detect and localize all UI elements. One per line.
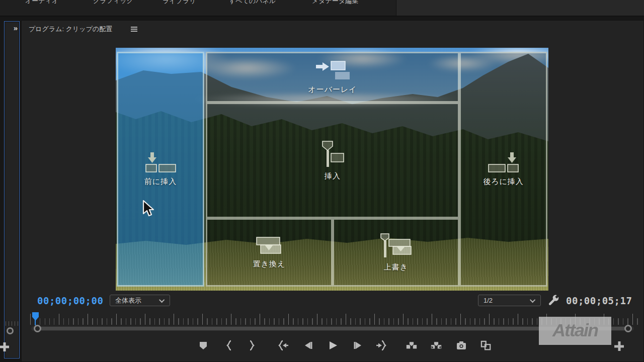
watermark-text: Attain <box>552 321 598 341</box>
current-timecode[interactable]: 00;00;00;00 <box>37 295 103 306</box>
dropzone-overwrite[interactable]: 上書き <box>333 218 459 287</box>
playback-resolution-value: 1/2 <box>484 297 531 304</box>
program-monitor-video: 前に挿入 オーバーレイ 挿入 <box>116 48 548 291</box>
mark-out-button[interactable] <box>246 339 258 351</box>
duration-timecode: 00;00;05;17 <box>566 295 632 306</box>
dropzone-label: 前に挿入 <box>144 177 177 187</box>
dropzone-insert-before[interactable]: 前に挿入 <box>117 52 204 287</box>
mouse-cursor <box>142 200 155 220</box>
comparison-view-button[interactable] <box>479 339 492 351</box>
export-frame-button[interactable] <box>455 339 467 351</box>
add-marker-button[interactable] <box>197 339 209 351</box>
expand-panel-icon[interactable]: » <box>14 24 17 32</box>
extract-button[interactable] <box>430 339 442 351</box>
overwrite-icon <box>380 233 412 259</box>
replace-icon <box>255 236 284 256</box>
overlay-icon <box>315 60 350 82</box>
zoom-level-select[interactable]: 全体表示 <box>110 295 170 306</box>
dropzone-insert[interactable]: 挿入 <box>206 103 459 218</box>
button-editor-plus-button[interactable] <box>614 341 624 351</box>
dropzone-insert-after[interactable]: 後ろに挿入 <box>459 52 547 287</box>
workspace-tab-graphics[interactable]: グラフィック <box>93 0 133 6</box>
playback-resolution-select[interactable]: 1/2 <box>478 295 541 306</box>
dropzone-label: 後ろに挿入 <box>483 177 524 187</box>
tab-bar-overflow-area <box>396 0 644 17</box>
button-editor-icon-clipped[interactable] <box>0 342 9 351</box>
dropzone-label: 置き換え <box>253 259 286 269</box>
dropzone-overlay[interactable]: オーバーレイ <box>206 52 459 103</box>
go-to-in-button[interactable] <box>277 339 289 351</box>
mini-scroll-handle[interactable] <box>7 327 14 334</box>
zoom-level-value: 全体表示 <box>115 296 160 305</box>
attain-watermark: Attain <box>539 317 611 345</box>
collapsed-panel[interactable]: » <box>4 21 20 358</box>
dropzone-label: オーバーレイ <box>308 85 357 95</box>
go-to-out-button[interactable] <box>375 339 387 351</box>
insert-before-icon <box>144 152 177 174</box>
step-back-button[interactable] <box>302 339 314 351</box>
panel-title[interactable]: プログラム: クリップの配置 <box>29 25 112 34</box>
settings-wrench-icon[interactable] <box>547 294 560 307</box>
mark-in-button[interactable] <box>223 339 235 351</box>
dropzone-replace[interactable]: 置き換え <box>206 218 333 287</box>
dropzone-label: 上書き <box>384 262 408 272</box>
workspace-tab-library[interactable]: ライブラリ <box>163 0 196 6</box>
playhead-line <box>35 320 36 325</box>
insert-icon <box>321 140 344 168</box>
play-button[interactable] <box>327 339 339 351</box>
step-forward-button[interactable] <box>352 339 364 351</box>
workspace-tab-audio[interactable]: オーディオ <box>25 0 58 6</box>
panel-menu-icon[interactable] <box>131 27 137 32</box>
workspace-tab-all-panels[interactable]: すべてのパネル <box>229 0 276 6</box>
lift-button[interactable] <box>406 339 418 351</box>
dropzone-label: 挿入 <box>325 171 341 181</box>
workspace-tab-metadata[interactable]: メタデータ編集 <box>312 0 358 6</box>
scrollbar-left-handle[interactable] <box>34 325 41 332</box>
mini-timeline-ruler <box>6 321 19 326</box>
scrollbar-right-handle[interactable] <box>624 325 632 332</box>
insert-after-icon <box>487 152 520 174</box>
workspace-tab-bar: オーディオ グラフィック ライブラリ すべてのパネル メタデータ編集 <box>0 0 644 17</box>
